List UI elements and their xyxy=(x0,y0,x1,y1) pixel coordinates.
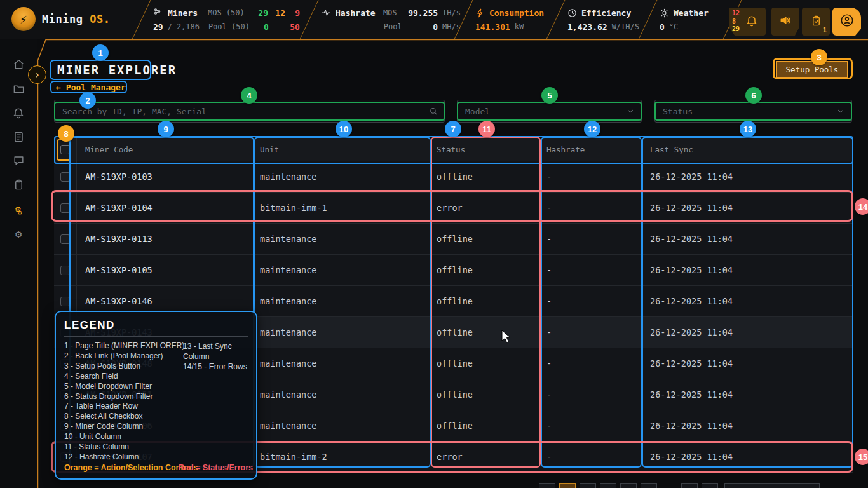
legend-item: 14/15 - Error Rows xyxy=(183,362,256,372)
miners-error-count: 9 xyxy=(290,8,300,18)
sun-icon xyxy=(660,8,669,18)
unit-cell: bitmain-imm-2 xyxy=(254,442,431,472)
pool-group-label: Pool (50) xyxy=(208,22,250,31)
row-checkbox[interactable] xyxy=(60,234,70,244)
notification-count-badge: 12 xyxy=(732,10,740,18)
notification-count-badge: 29 xyxy=(732,25,740,34)
table-row[interactable]: AM-S19XP-0113maintenanceoffline-26-12-20… xyxy=(54,224,853,255)
pagination-page[interactable] xyxy=(600,483,616,488)
pagination-page[interactable] xyxy=(702,483,718,488)
column-header[interactable]: Miner Code xyxy=(76,138,254,161)
hashrate-stat-panel: Hashrate MOS 99.255 TH/s Pool 0 MH/s xyxy=(300,0,473,39)
pagination-page[interactable] xyxy=(620,483,637,488)
search-input[interactable] xyxy=(55,107,444,116)
legend-panel: LEGEND 1 - Page Title (MINER EXPLORER)2 … xyxy=(55,311,257,480)
pagination-page-active[interactable] xyxy=(559,483,576,488)
row-checkbox[interactable] xyxy=(60,297,70,306)
row-checkbox-cell xyxy=(54,161,76,192)
hashrate-cell: - xyxy=(541,348,642,379)
sidebar-item-tasks[interactable] xyxy=(0,175,37,196)
sidebar-item-messages[interactable] xyxy=(0,151,37,172)
legend-item: 7 - Table Header Row xyxy=(64,402,248,412)
legend-item: 13 - Last Sync Column xyxy=(183,342,256,362)
last-sync-cell: 26-12-2025 11:04 xyxy=(642,193,853,223)
legend-item: 10 - Unit Column xyxy=(64,432,248,442)
legend-item: 6 - Status Dropdown Filter xyxy=(64,392,248,402)
sidebar-item-alerts[interactable] xyxy=(0,103,37,125)
status-cell: error xyxy=(431,442,541,472)
row-checkbox[interactable] xyxy=(60,203,70,213)
last-sync-cell: 26-12-2025 11:04 xyxy=(642,255,853,285)
hashrate-pool-label: Pool xyxy=(384,22,402,31)
unit-cell: maintenance xyxy=(254,286,431,316)
hashrate-cell: - xyxy=(541,193,642,223)
weather-unit: °C xyxy=(669,22,678,31)
status-cell: offline xyxy=(431,317,541,348)
column-header[interactable]: Last Sync xyxy=(642,138,853,161)
annotation-badge-1: 1 xyxy=(92,44,109,61)
pagination-page-size-select[interactable] xyxy=(724,483,820,488)
status-filter-value: Status xyxy=(663,107,693,116)
pagination-page[interactable] xyxy=(580,483,596,488)
arrow-left-icon: ← xyxy=(56,83,61,92)
legend-item: 4 - Search Field xyxy=(64,372,248,382)
column-header[interactable]: Hashrate xyxy=(541,138,642,161)
clipboard-icon xyxy=(13,179,25,193)
miners-label: Miners xyxy=(168,8,203,18)
miner-code-cell: AM-S19XP-0104 xyxy=(76,193,254,223)
gear-icon: ⚙ xyxy=(15,227,22,240)
miners-current: 29 xyxy=(153,22,163,32)
annotation-badge-3: 3 xyxy=(811,49,827,65)
select-all-checkbox[interactable] xyxy=(60,145,70,154)
setup-pools-button[interactable]: Setup Pools xyxy=(776,61,848,78)
account-button[interactable] xyxy=(832,8,861,36)
row-checkbox[interactable] xyxy=(60,172,70,182)
tasks-button[interactable]: 1 xyxy=(802,8,830,36)
pool-ok-count: 0 xyxy=(255,22,269,32)
activity-icon xyxy=(321,8,331,18)
miners-separator: / xyxy=(168,22,172,31)
legend-title: LEGEND xyxy=(64,319,248,332)
notification-count-badge: 8 xyxy=(732,18,740,26)
column-header[interactable]: Status xyxy=(431,138,541,161)
pagination-page[interactable] xyxy=(681,483,698,488)
clock-icon xyxy=(567,8,577,18)
annotation-badge-12: 12 xyxy=(584,121,600,137)
hashrate-mos-value: 99.255 xyxy=(405,8,438,18)
unit-cell: maintenance xyxy=(254,317,431,348)
status-cell: offline xyxy=(431,348,541,379)
table-header-row: Miner CodeUnitStatusHashrateLast Sync xyxy=(54,138,853,161)
hashrate-cell: - xyxy=(541,224,642,254)
sound-button[interactable] xyxy=(771,8,799,36)
notifications-button[interactable]: 12829 xyxy=(729,8,766,36)
legend-item: 11 - Status Column xyxy=(64,442,248,452)
sidebar-item-reports[interactable] xyxy=(0,127,37,149)
bolt-icon xyxy=(475,8,485,18)
weather-stat-panel: Weather 0 °C xyxy=(639,0,742,39)
row-checkbox[interactable] xyxy=(60,266,70,275)
back-link-pool-manager[interactable]: ← Pool Manager xyxy=(56,83,126,92)
consumption-value: 141.301 xyxy=(475,22,510,32)
miner-code-cell: AM-S19XP-0105 xyxy=(76,255,254,285)
pagination-page[interactable] xyxy=(539,483,555,488)
setup-pools-label: Setup Pools xyxy=(786,65,839,74)
table-row-error[interactable]: AM-S19XP-0104bitmain-imm-1error-26-12-20… xyxy=(54,193,853,224)
notification-badges: 12829 xyxy=(732,10,740,34)
annotation-badge-13: 13 xyxy=(740,121,756,137)
sidebar-item-miners[interactable]: ⚙⚙ xyxy=(0,199,37,220)
sidebar-item-settings[interactable]: ⚙ xyxy=(0,223,37,245)
consumption-stat-panel: Consumption 141.301 kW xyxy=(454,0,565,39)
miners-group-label: MOS (50) xyxy=(208,8,250,17)
last-sync-cell: 26-12-2025 11:04 xyxy=(642,348,853,379)
unit-cell: maintenance xyxy=(254,224,431,254)
hashrate-cell: - xyxy=(541,255,642,285)
status-cell: offline xyxy=(431,410,541,441)
column-header[interactable]: Unit xyxy=(254,138,431,161)
sidebar-expand-button[interactable]: › xyxy=(28,65,46,84)
weather-label: Weather xyxy=(674,8,709,18)
table-row[interactable]: AM-S19XP-0103maintenanceoffline-26-12-20… xyxy=(54,161,853,193)
hashrate-cell: - xyxy=(541,286,642,316)
hashrate-mos-unit: TH/s xyxy=(442,8,461,17)
table-row[interactable]: AM-S19XP-0105maintenanceoffline-26-12-20… xyxy=(54,255,853,286)
pagination-page[interactable] xyxy=(641,483,657,488)
